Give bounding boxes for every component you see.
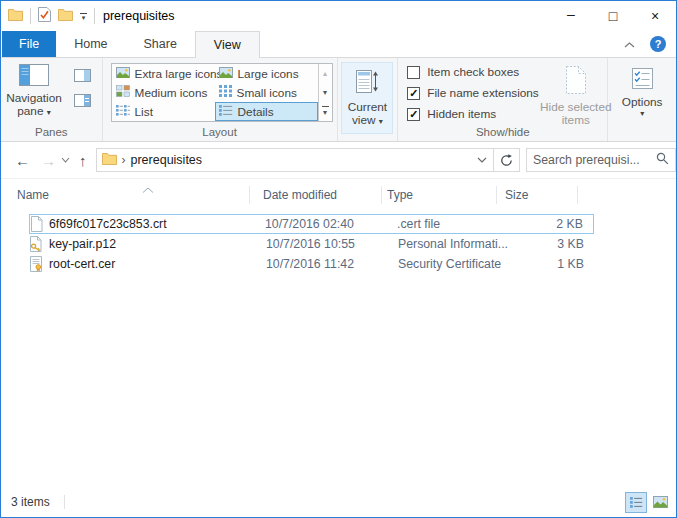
group-label-panes: Panes — [1, 126, 102, 138]
qat-separator — [30, 8, 31, 24]
customize-qat-icon[interactable]: ▾ — [80, 13, 87, 20]
view-toggles — [625, 492, 671, 513]
small-icons-icon — [219, 85, 232, 100]
minimize-button[interactable]: – — [550, 1, 592, 31]
dropdown-caret-icon: ▾ — [379, 117, 383, 126]
window-controls: – □ × — [550, 1, 676, 31]
key-file-icon — [29, 236, 43, 252]
file-date-modified: 10/7/2016 02:40 — [265, 217, 397, 231]
items-count: 3 items — [11, 495, 50, 509]
collapse-ribbon-icon[interactable] — [624, 37, 635, 51]
file-name: 6f69fc017c23c853.crt — [49, 217, 167, 231]
hide-selected-items-button: Hide selected items — [539, 61, 613, 127]
options-label: Options — [610, 96, 674, 109]
layout-item-extra-large-icons[interactable]: Extra large icons — [112, 64, 215, 83]
navigation-bar: ← → ↑ › prerequisites — [1, 142, 676, 179]
generic-document-icon — [30, 216, 43, 232]
column-headers: Name Date modified Type Size — [1, 183, 676, 207]
file-row[interactable]: root-cert.cer 10/7/2016 11:42 Security C… — [29, 254, 594, 274]
tab-file[interactable]: File — [2, 31, 56, 57]
extra-large-icons-icon — [116, 67, 130, 81]
current-view-button[interactable]: Current view ▾ — [341, 62, 393, 134]
thumbnail-view-toggle[interactable] — [649, 492, 671, 513]
gallery-scroll-up-icon[interactable]: ▴ — [319, 64, 332, 83]
file-type: .cert file — [397, 217, 512, 231]
file-size: 2 KB — [512, 217, 591, 231]
ribbon-view-tab-content: Navigation pane ▾ Panes Extra large icon… — [1, 58, 676, 142]
search-icon[interactable] — [656, 152, 669, 168]
recent-locations-icon[interactable] — [61, 157, 70, 163]
file-name: key-pair.p12 — [49, 237, 116, 251]
layout-item-list[interactable]: List — [112, 102, 215, 121]
checkbox-file-name-extensions[interactable]: ✓ File name extensions — [407, 86, 538, 100]
file-list-area: Name Date modified Type Size 6f69fc017c2… — [1, 179, 676, 487]
gallery-more-icon[interactable]: ▾ — [319, 102, 332, 121]
window-title: prerequisites — [103, 9, 175, 23]
column-header-name[interactable]: Name — [1, 186, 250, 204]
file-size: 3 KB — [513, 237, 592, 251]
checkbox-unchecked — [407, 66, 420, 79]
checkbox-checked: ✓ — [407, 108, 420, 121]
current-view-icon — [355, 68, 379, 98]
tab-view[interactable]: View — [195, 31, 260, 58]
tab-home[interactable]: Home — [56, 31, 125, 57]
layout-gallery: Extra large icons Large icons Medium ico… — [111, 63, 333, 122]
layout-item-large-icons[interactable]: Large icons — [215, 64, 318, 83]
ribbon-group-options: Options ▾ — [608, 58, 676, 141]
layout-item-medium-icons[interactable]: Medium icons — [112, 83, 215, 102]
checkbox-item-check-boxes[interactable]: Item check boxes — [407, 65, 538, 79]
forward-button[interactable]: → — [41, 152, 56, 169]
file-row[interactable]: 6f69fc017c23c853.crt 10/7/2016 02:40 .ce… — [29, 214, 594, 234]
file-name: root-cert.cer — [49, 257, 115, 271]
column-header-type[interactable]: Type — [382, 186, 497, 204]
status-bar: 3 items — [1, 487, 676, 517]
sort-ascending-icon — [142, 182, 154, 196]
qat-separator — [94, 8, 95, 24]
address-dropdown-icon[interactable] — [471, 157, 493, 163]
new-folder-icon[interactable] — [58, 8, 73, 24]
address-bar[interactable]: › prerequisites — [96, 148, 495, 172]
back-button[interactable]: ← — [15, 152, 30, 169]
column-header-size[interactable]: Size — [497, 186, 578, 204]
search-input[interactable] — [533, 153, 656, 167]
search-box — [526, 148, 676, 172]
preview-pane-button[interactable] — [71, 67, 93, 83]
hide-selected-items-icon — [563, 65, 589, 98]
layout-item-small-icons[interactable]: Small icons — [215, 83, 318, 102]
layout-item-details[interactable]: Details — [215, 102, 318, 121]
titlebar: ▾ prerequisites – □ × — [1, 1, 676, 31]
tab-share[interactable]: Share — [126, 31, 195, 57]
details-view-toggle[interactable] — [625, 492, 647, 513]
details-pane-button[interactable] — [71, 92, 93, 108]
up-button[interactable]: ↑ — [79, 152, 87, 169]
properties-icon[interactable] — [38, 7, 51, 25]
dropdown-caret-icon: ▾ — [640, 109, 644, 118]
help-icon[interactable]: ? — [650, 36, 666, 52]
file-date-modified: 10/7/2016 11:42 — [266, 257, 398, 271]
checkbox-hidden-items[interactable]: ✓ Hidden items — [407, 107, 538, 121]
refresh-button[interactable] — [494, 148, 520, 172]
close-button[interactable]: × — [634, 1, 676, 31]
status-separator — [64, 495, 65, 509]
list-view-icon — [116, 104, 130, 119]
navigation-pane-label: Navigation pane — [6, 91, 62, 118]
column-header-date-modified[interactable]: Date modified — [250, 186, 382, 204]
address-folder-icon — [102, 152, 117, 168]
file-explorer-window: ▾ prerequisites – □ × File Home Share Vi… — [0, 0, 677, 518]
group-label-layout: Layout — [103, 126, 337, 138]
checkbox-checked: ✓ — [407, 87, 420, 100]
file-size: 1 KB — [513, 257, 592, 271]
file-type: Personal Informati... — [398, 237, 513, 251]
breadcrumb-chevron-icon[interactable]: › — [122, 153, 126, 167]
group-label-show-hide: Show/hide — [398, 126, 607, 138]
options-button[interactable]: Options ▾ — [610, 61, 674, 141]
navigation-pane-icon — [19, 64, 49, 89]
ribbon-group-show-hide: Item check boxes ✓ File name extensions … — [398, 58, 608, 141]
maximize-button[interactable]: □ — [592, 1, 634, 31]
file-row[interactable]: key-pair.p12 10/7/2016 10:55 Personal In… — [29, 234, 594, 254]
ribbon-group-current-view: Current view ▾ — [338, 58, 399, 141]
ribbon-tabstrip: File Home Share View ? — [1, 31, 676, 58]
breadcrumb[interactable]: prerequisites — [131, 153, 203, 167]
gallery-scroll-down-icon[interactable]: ▾ — [319, 83, 332, 102]
certificate-file-icon — [29, 256, 43, 272]
